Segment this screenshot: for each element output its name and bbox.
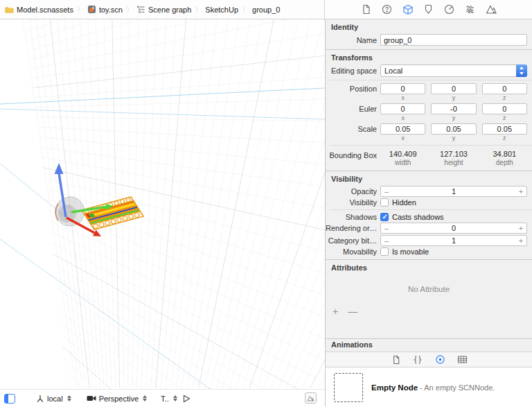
scene-viewport[interactable]: local Perspective T..: [0, 19, 325, 407]
object-library-icon: [435, 354, 445, 365]
breadcrumb-separator: 〉: [77, 5, 84, 15]
breadcrumb-label: SketchUp: [205, 6, 238, 14]
file-icon: [391, 355, 400, 365]
position-x-field[interactable]: [380, 83, 425, 94]
axis-sublabel: y: [431, 94, 476, 102]
breadcrumb-separator: 〉: [195, 5, 202, 15]
breadcrumb-item-scene-graph[interactable]: Scene graph: [136, 5, 191, 14]
scene-overview-button[interactable]: [305, 392, 317, 404]
scale-label: Scale: [326, 125, 377, 133]
stepper-plus-button[interactable]: +: [515, 236, 526, 245]
axis-sublabel: y: [431, 135, 476, 142]
axis-sublabel: y: [431, 114, 476, 122]
attributes-section-header: Attributes: [326, 260, 532, 274]
stepper-minus-button[interactable]: –: [381, 187, 392, 196]
objects-library-tab[interactable]: [434, 354, 445, 365]
material-inspector-tab[interactable]: [443, 3, 455, 15]
euler-z-field[interactable]: [482, 103, 527, 114]
axis-mode-popup[interactable]: local: [36, 395, 71, 403]
play-button[interactable]: [183, 395, 190, 403]
scene-file-icon: [87, 5, 96, 14]
axis-sublabel: x: [380, 94, 425, 102]
visibility-section-header: Visibility: [326, 171, 532, 185]
media-library-tab[interactable]: [456, 354, 468, 365]
breadcrumb-label: Scene graph: [148, 6, 191, 14]
node-inspector-tab[interactable]: [402, 3, 414, 15]
quick-help-tab[interactable]: [381, 3, 393, 15]
stepper-minus-button[interactable]: –: [381, 224, 392, 232]
opacity-stepper[interactable]: – 1 +: [380, 186, 527, 197]
attributes-inspector-tab[interactable]: [423, 3, 434, 15]
breadcrumb-label: group_0: [252, 6, 280, 14]
category-bitmask-stepper[interactable]: – 1 +: [380, 235, 527, 246]
position-y-field[interactable]: [431, 83, 476, 94]
position-z-field[interactable]: [482, 83, 527, 94]
is-movable-checkbox-label: Is movable: [392, 248, 429, 256]
movability-row: Movability Is movable: [326, 247, 532, 257]
euler-y-field[interactable]: [431, 103, 476, 114]
empty-node-thumbnail: [334, 373, 363, 402]
scale-y-field[interactable]: [431, 123, 476, 135]
visibility-label: Visibility: [326, 198, 377, 207]
editing-space-value: Local: [384, 67, 402, 75]
is-movable-checkbox[interactable]: [380, 248, 389, 256]
breadcrumb-item-group-0[interactable]: group_0: [252, 6, 280, 14]
bounding-box-depth-label: depth: [482, 159, 527, 166]
camera-popup[interactable]: Perspective: [87, 395, 147, 403]
axis-sublabel: z: [482, 135, 527, 142]
rendering-order-stepper[interactable]: – 0 +: [380, 223, 527, 234]
axes-icon: [36, 395, 44, 403]
truncated-popup-value: T..: [161, 395, 169, 403]
casts-shadows-checkbox[interactable]: [380, 213, 389, 221]
scale-x-field[interactable]: [380, 123, 425, 135]
truncated-popup[interactable]: T..: [161, 395, 177, 403]
stepper-plus-button[interactable]: +: [515, 224, 526, 232]
divider: [330, 145, 532, 146]
rendering-order-label: Rendering or…: [326, 224, 377, 232]
scene-inspector-tab[interactable]: [485, 3, 497, 15]
file-inspector-tab[interactable]: [360, 3, 372, 15]
breadcrumb-item-sketchup[interactable]: SketchUp: [205, 6, 238, 14]
euler-label: Euler: [326, 105, 377, 113]
hidden-checkbox[interactable]: [380, 198, 389, 207]
camera-mode-value: Perspective: [99, 395, 139, 403]
breadcrumb-item-toy-scn[interactable]: toy.scn: [87, 5, 123, 14]
name-field[interactable]: [380, 34, 527, 46]
library-item-empty-node[interactable]: Empty Node - An empty SCNNode.: [326, 367, 532, 407]
file-templates-tab[interactable]: [390, 354, 401, 365]
identity-section-header: Identity: [326, 19, 532, 33]
euler-x-field[interactable]: [380, 103, 425, 114]
inspector-tab-bar: [325, 0, 532, 19]
toy-model[interactable]: [82, 197, 143, 230]
folder-icon: [5, 6, 14, 14]
hidden-row: Visibility Hidden: [326, 198, 532, 207]
breadcrumb-item-model-scnassets[interactable]: Model.scnassets: [5, 6, 73, 14]
scale-row: Scale x y z: [326, 123, 532, 143]
remove-attribute-button[interactable]: —: [348, 306, 357, 317]
attributes-toolbar: + —: [326, 304, 532, 320]
code-snippets-tab[interactable]: [412, 354, 423, 365]
mountains-icon: [486, 4, 497, 15]
scale-z-field[interactable]: [482, 123, 527, 135]
stepper-plus-button[interactable]: +: [515, 187, 526, 196]
rendering-order-row: Rendering or… – 0 +: [326, 222, 532, 234]
opacity-label: Opacity: [326, 187, 377, 196]
axis-mode-value: local: [47, 395, 63, 403]
euler-row: Euler x y z: [326, 103, 532, 123]
y-axis-arrow[interactable]: [55, 163, 64, 174]
bounding-box-row: Bounding Box 140.409width 127.103height …: [326, 148, 532, 168]
bounding-box-depth: 34.801: [482, 150, 527, 159]
navigator-toggle-button[interactable]: [4, 394, 15, 404]
stepper-minus-button[interactable]: –: [381, 236, 392, 245]
node-inspector-panel: Identity Name Transforms Editing space L…: [325, 19, 532, 407]
cube-icon: [402, 4, 414, 15]
editing-space-select[interactable]: Local: [380, 64, 527, 77]
bounding-box-height: 127.103: [431, 150, 476, 159]
axis-sublabel: z: [482, 94, 527, 102]
scene-graph-icon: [136, 5, 145, 14]
position-label: Position: [326, 85, 377, 93]
physics-inspector-tab[interactable]: [464, 3, 476, 15]
stepper-chevrons-icon: [67, 395, 71, 401]
add-attribute-button[interactable]: +: [332, 306, 338, 317]
bounding-box-width: 140.409: [380, 150, 425, 159]
